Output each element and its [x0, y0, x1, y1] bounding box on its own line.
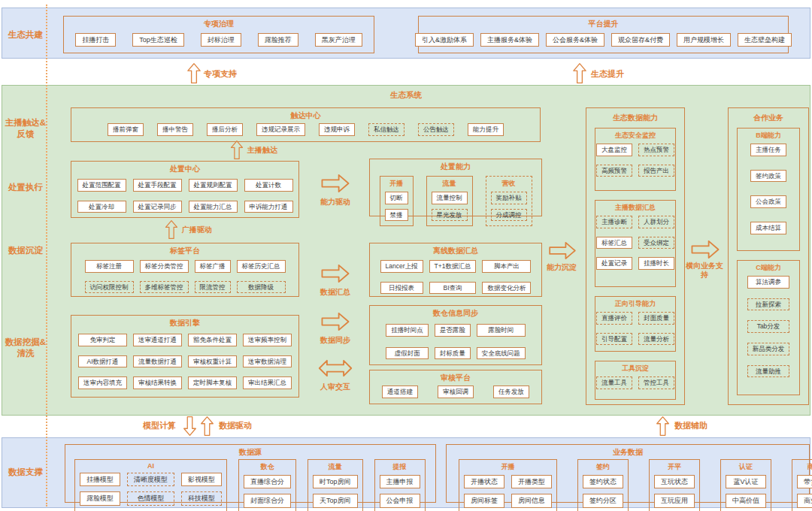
- group-title: 平台提升: [419, 17, 788, 29]
- diagram-node: 挂播打击: [75, 33, 116, 47]
- diagram-node: 成本结算: [750, 222, 786, 234]
- diagram-node: 送审数据清理: [243, 355, 292, 368]
- diagram-node: 定时脚本复核: [188, 376, 237, 389]
- subgroup-title: 提报: [380, 461, 420, 472]
- side-label-eco-cobuild: 生态共建: [2, 29, 49, 41]
- diagram-node: 处置范围配置: [77, 179, 126, 192]
- chip-grid: Lancer上报T+1数据汇总脚本产出日报报表BI查询数据变化分析: [370, 260, 541, 294]
- diagram-node: 黑灰产治理: [315, 33, 362, 47]
- subgroup-title: 数仓: [244, 461, 291, 472]
- diagram-node: 任务发放: [493, 386, 529, 398]
- diagram-subgroup: 提报主播申报公会申报: [374, 459, 426, 511]
- diagram-subgroup: 开平互玩状态互玩应用: [649, 459, 700, 511]
- subgroup-title: 流量: [313, 461, 358, 472]
- diagram-node: 播后分析: [207, 123, 243, 136]
- diagram-node: 送审通道打通: [133, 334, 182, 346]
- flow-label-data-assist: 数据辅助: [674, 421, 707, 431]
- diagram-subgroup: 签约签约状态签约分区: [577, 459, 629, 511]
- diagram-node: 流量助推: [747, 365, 790, 378]
- group-title: 数据引擎: [71, 316, 298, 328]
- group-title: 业务数据: [447, 445, 809, 458]
- diagram-node: 违规记录展示: [256, 123, 305, 136]
- diagram-node: 用户规模增长: [677, 33, 731, 47]
- band-eco-system: 生态系统 主播触达&反馈 处置执行 数据沉淀 数据挖掘&清洗 触达中心 播前弹窗…: [2, 85, 810, 416]
- diagram-node: 播中警告: [157, 123, 193, 136]
- group-special-governance: 专项治理 挂播打击Top生态巡检封标治理露脸推荐黑灰产治理: [63, 16, 374, 53]
- diagram-node: BI查询: [429, 282, 477, 295]
- diagram-node: 算法调参: [747, 276, 790, 289]
- chip-grid: 带货状态商业报备: [797, 475, 812, 508]
- diagram-subgroup: 生态安全监控大盘监控热点预警高频预警报告产出: [595, 128, 676, 191]
- diagram-node: 挂播模型: [80, 473, 120, 486]
- group-title: 触达中心: [71, 108, 540, 121]
- chip-row: 挂播打击Top生态巡检封标治理露脸推荐黑灰产治理: [64, 33, 374, 47]
- diagram-node: 虚假封面: [386, 347, 429, 360]
- right-arrow-icon: [545, 242, 580, 259]
- diagram-node: 审核回调: [438, 386, 474, 398]
- diagram-node: 限流管控: [195, 281, 231, 294]
- subgroup-title: 主播数据汇总: [600, 202, 671, 213]
- diagram-node: 签约分区: [583, 494, 623, 507]
- flow-label-data-summary: 数据汇总: [318, 288, 353, 297]
- diagram-node: 受众绑定: [638, 237, 674, 249]
- flow-label-ability-deposit: 能力沉淀: [539, 263, 584, 272]
- diagram-subgroup: 正向引导能力直播评价封面质量引导配置流量分析: [595, 296, 676, 352]
- diagram-node: 切断: [385, 192, 408, 204]
- chip-grid: 签约状态签约分区: [583, 475, 623, 508]
- right-arrow-icon: [318, 174, 353, 192]
- double-arrow-icon: [317, 359, 354, 377]
- subgroup-title: 流量: [432, 178, 468, 189]
- diagram-subgroup: B端能力主播任务签约政策公会政策成本结算: [737, 128, 800, 251]
- chip-grid: 大盘监控热点预警高频预警报告产出: [600, 144, 671, 177]
- diagram-node: 处置能力汇总: [189, 201, 238, 213]
- diagram-subgroup: 工具沉淀流量工具管控工具: [595, 361, 676, 400]
- chip-grid: 切断禁播: [385, 192, 408, 221]
- flow-label-horizontal-support: 横向业务支持: [683, 262, 726, 280]
- subgroup-column: 生态安全监控大盘监控热点预警高频预警报告产出主播数据汇总主播诊断人群划分标签汇总…: [595, 128, 676, 400]
- chip-grid: 处置范围配置处置手段配置处置规则配置处置计数处置冷却处置记录同步处置能力汇总申诉…: [71, 179, 298, 213]
- chip-grid: 互玩状态互玩应用: [654, 475, 695, 508]
- diagram-node: 观众留存&付费: [611, 33, 670, 47]
- diagram-subgroup: 流量时Top房间天Top房间: [308, 459, 363, 511]
- diagram-node: 主播任务: [750, 144, 786, 156]
- diagram-node: AI数据打通: [78, 355, 127, 368]
- diagram-node: 热点预警: [638, 144, 674, 156]
- diagram-node: Top生态巡检: [132, 33, 184, 47]
- eco-system-title: 生态系统: [2, 90, 810, 101]
- side-label-data-support: 数据支撑: [2, 467, 49, 478]
- diagram-node: 豁免条件处置: [188, 334, 237, 346]
- diagram-node: 商业报备: [797, 494, 812, 507]
- diagram-node: 直播综合分: [244, 475, 291, 488]
- subgroup-title: AI: [80, 461, 222, 470]
- band-data-support: 数据支撑 数据源 AI挂播模型清晰度模型影视模型露脸模型色情模型科技模型数仓直播…: [2, 437, 810, 508]
- group-business-data: 业务数据 开播开播状态开播类型房间标签房间信息签约签约状态签约分区开平互玩状态互…: [446, 444, 810, 503]
- flow-label-anchor-reach: 主播触达: [247, 146, 277, 155]
- chip-grid: 挂播模型清晰度模型影视模型露脸模型色情模型科技模型: [80, 473, 222, 506]
- group-coop-business: 合作业务 B端能力主播任务签约政策公会政策成本结算C端能力算法调参拉新探索Tab…: [728, 107, 809, 405]
- diagram-node: 处置记录同步: [133, 201, 182, 213]
- diagram-node: 互玩状态: [654, 475, 695, 488]
- group-title: 审核平台: [370, 370, 541, 383]
- diagram-node: 互玩应用: [654, 494, 695, 507]
- diagram-node: 能力提升: [468, 123, 504, 136]
- chip-grid: 算法调参拉新探索Tab分发新品类分发流量助推: [742, 276, 795, 377]
- chip-grid: 主播诊断人群划分标签汇总受众绑定处置记录挂播时长: [600, 216, 671, 270]
- diagram-node: 处置记录: [596, 257, 632, 270]
- diagram-node: 处置冷却: [77, 201, 126, 213]
- subgroup-row: 开播切断禁播流量流量控制星光发放营收奖励补贴分成调控: [370, 176, 541, 226]
- diagram-node: 房间标签: [464, 494, 504, 507]
- group-title: 标签平台: [71, 243, 298, 256]
- diagram-node: 标签注册: [85, 260, 134, 273]
- group-review-platform: 审核平台 通道搭建审核回调任务发放: [369, 370, 542, 404]
- diagram-node: 蓝V认证: [726, 475, 766, 488]
- diagram-node: 天Top房间: [313, 494, 358, 507]
- subgroup-title: 商业化: [797, 461, 812, 472]
- up-arrow-icon: [200, 416, 214, 436]
- diagram-node: 数据变化分析: [482, 282, 531, 295]
- subgroup-row: AI挂播模型清晰度模型影视模型露脸模型色情模型科技模型数仓直播综合分封面综合分流…: [65, 459, 435, 511]
- group-warehouse-sync: 数仓信息同步 挂播时间点是否露脸露脸时间虚假封面封标质量安全底线问题: [369, 305, 542, 365]
- diagram-subgroup: 认证蓝V认证中高价值: [720, 459, 771, 511]
- chip-grid: 流量控制星光发放: [432, 192, 468, 221]
- chip-grid: 蓝V认证中高价值: [726, 475, 766, 508]
- chip-grid: 免审判定送审通道打通豁免条件处置送审频率控制AI数据打通流量数据打通审核权重计算…: [71, 334, 298, 389]
